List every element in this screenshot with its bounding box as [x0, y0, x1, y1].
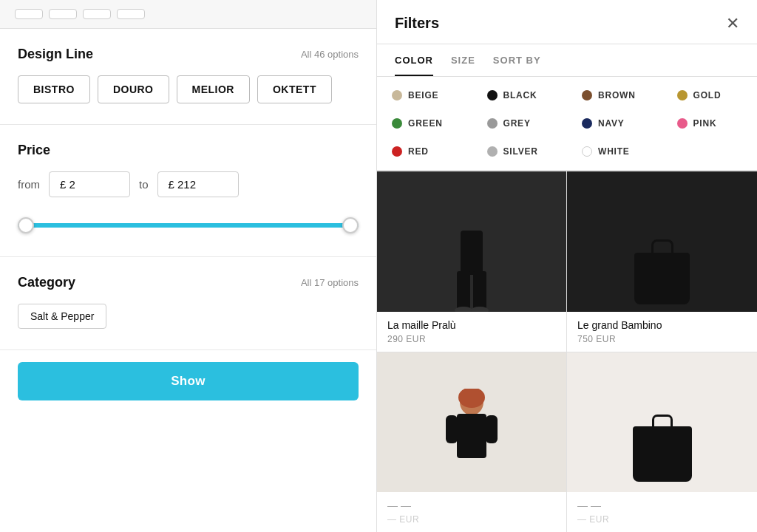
svg-rect-8	[446, 415, 458, 443]
color-dot-beige	[392, 90, 402, 100]
product-price-3: — EUR	[387, 514, 556, 525]
category-section: Category All 17 options Salt & Pepper	[0, 257, 376, 350]
price-from-input[interactable]	[49, 171, 130, 197]
design-line-title: Design Line	[18, 47, 93, 62]
product-info-4: — — — EUR	[567, 492, 757, 532]
category-all-options: All 17 options	[301, 277, 359, 288]
left-panel: Design Line All 46 options BISTRO DOURO …	[0, 0, 377, 532]
product-bag-svg	[634, 253, 690, 304]
show-btn-container: Show	[0, 350, 376, 412]
design-line-buttons: BISTRO DOURO MELIOR OKTETT	[18, 75, 359, 103]
product-image-3	[377, 352, 566, 493]
top-btn-1[interactable]	[15, 9, 43, 19]
color-label-white: WHITE	[598, 146, 630, 157]
price-range-slider[interactable]	[18, 215, 359, 236]
product-figure-1	[442, 231, 501, 312]
product-card-1[interactable]: La maille Pralù 290 EUR	[377, 171, 567, 352]
color-grid: BEIGEBLACKBROWNGOLDGREENGREYNAVYPINKREDS…	[377, 77, 757, 170]
color-label-red: RED	[408, 146, 429, 157]
color-item-grey[interactable]: GREY	[472, 109, 568, 137]
filter-header: Filters ✕	[377, 0, 757, 44]
color-dot-silver	[487, 146, 498, 157]
tab-size[interactable]: SIZE	[451, 55, 475, 76]
price-inputs-row: from to	[18, 171, 359, 197]
product-price-1: 290 EUR	[387, 334, 556, 344]
color-label-gold: GOLD	[693, 90, 722, 100]
svg-rect-9	[486, 415, 498, 443]
price-to-input[interactable]	[157, 171, 239, 197]
color-item-black[interactable]: BLACK	[472, 81, 568, 109]
color-dot-gold	[677, 90, 688, 100]
tab-sort-by[interactable]: SORT BY	[493, 55, 541, 76]
color-label-navy: NAVY	[598, 118, 625, 129]
color-dot-grey	[487, 118, 498, 129]
design-btn-melior[interactable]: MELIOR	[177, 75, 250, 103]
product-price-2: 750 EUR	[577, 334, 747, 344]
design-line-header: Design Line All 46 options	[18, 47, 359, 62]
color-dot-brown	[582, 90, 592, 100]
filter-modal: Filters ✕ COLOR SIZE SORT BY BEIGEBLACKB…	[377, 0, 757, 171]
color-label-grey: GREY	[503, 118, 531, 129]
show-button[interactable]: Show	[18, 362, 359, 400]
category-tag-salt-pepper[interactable]: Salt & Pepper	[18, 304, 106, 329]
top-btn-2[interactable]	[49, 9, 77, 19]
design-btn-oktett[interactable]: OKTETT	[257, 75, 332, 103]
product-image-4	[567, 352, 757, 493]
svg-rect-0	[461, 231, 483, 275]
color-item-pink[interactable]: PINK	[662, 109, 758, 137]
color-item-silver[interactable]: SILVER	[472, 137, 568, 166]
svg-rect-7	[457, 414, 486, 458]
product-name-4: — —	[577, 499, 747, 511]
product-name-1: La maille Pralù	[387, 319, 556, 331]
category-header: Category All 17 options	[18, 275, 359, 290]
color-item-green[interactable]: GREEN	[377, 109, 472, 137]
svg-rect-2	[473, 271, 486, 312]
right-panel: Filters ✕ COLOR SIZE SORT BY BEIGEBLACKB…	[377, 0, 757, 532]
from-label: from	[18, 178, 40, 191]
to-label: to	[139, 178, 149, 191]
product-info-1: La maille Pralù 290 EUR	[377, 312, 566, 352]
product-card-4[interactable]: — — — EUR	[567, 352, 757, 533]
color-label-green: GREEN	[408, 118, 443, 129]
color-dot-white	[582, 146, 592, 157]
product-info-3: — — — EUR	[377, 492, 566, 532]
product-image-2	[567, 171, 757, 312]
color-label-black: BLACK	[503, 90, 537, 100]
product-info-2: Le grand Bambino 750 EUR	[567, 312, 757, 352]
product-figure-3	[438, 389, 505, 492]
color-item-brown[interactable]: BROWN	[567, 81, 662, 109]
color-dot-green	[392, 118, 402, 129]
price-header: Price	[18, 143, 359, 158]
color-item-white[interactable]: WHITE	[567, 137, 662, 166]
product-card-2[interactable]: Le grand Bambino 750 EUR	[567, 171, 757, 352]
range-thumb-left[interactable]	[18, 217, 34, 233]
top-buttons-row	[0, 0, 376, 29]
tab-color[interactable]: COLOR	[395, 55, 433, 76]
product-image-1	[377, 171, 566, 312]
design-line-all-options: All 46 options	[301, 49, 359, 60]
close-button[interactable]: ✕	[726, 16, 739, 32]
color-item-navy[interactable]: NAVY	[567, 109, 662, 137]
color-label-pink: PINK	[693, 118, 717, 129]
svg-rect-1	[457, 271, 470, 312]
design-btn-douro[interactable]: DOURO	[98, 75, 169, 103]
color-label-brown: BROWN	[598, 90, 636, 100]
price-section: Price from to	[0, 125, 376, 257]
top-btn-3[interactable]	[83, 9, 111, 19]
color-dot-pink	[677, 118, 688, 129]
color-dot-navy	[582, 118, 592, 129]
product-grid: La maille Pralù 290 EUR Le grand Bambino…	[377, 171, 757, 532]
top-btn-4[interactable]	[117, 9, 145, 19]
filter-title: Filters	[395, 15, 439, 32]
range-track	[18, 223, 359, 228]
product-price-4: — EUR	[577, 514, 747, 525]
range-thumb-right[interactable]	[342, 217, 359, 233]
color-item-gold[interactable]: GOLD	[662, 81, 758, 109]
color-item-red[interactable]: RED	[377, 137, 472, 166]
product-name-3: — —	[387, 499, 556, 511]
design-line-section: Design Line All 46 options BISTRO DOURO …	[0, 29, 376, 125]
color-item-beige[interactable]: BEIGE	[377, 81, 472, 109]
price-title: Price	[18, 143, 50, 158]
design-btn-bistro[interactable]: BISTRO	[18, 75, 90, 103]
product-card-3[interactable]: — — — EUR	[377, 352, 567, 533]
